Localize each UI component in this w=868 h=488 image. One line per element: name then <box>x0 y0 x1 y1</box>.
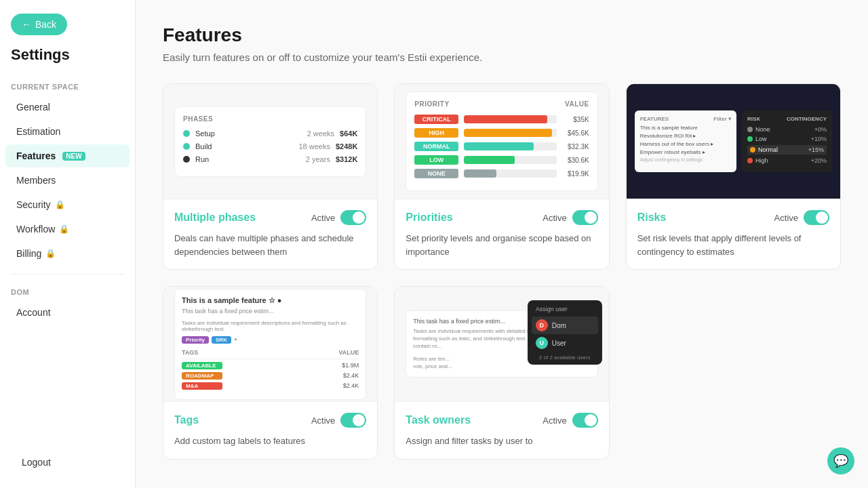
adjust-text: Adjust contingency in settings <box>640 157 731 162</box>
priority-bar <box>464 156 515 164</box>
lock-icon: 🔒 <box>59 224 69 234</box>
card-header: Priorities Active <box>406 210 597 225</box>
card-description: Set priority levels and organise scope b… <box>406 232 597 258</box>
features-col: FEATURES <box>640 116 669 122</box>
priority-row: NORMAL $32.3K <box>414 142 589 151</box>
sidebar-item-label: Security <box>16 199 51 210</box>
toggle-task-owners[interactable] <box>572 413 598 428</box>
chat-icon: 💬 <box>833 453 848 468</box>
card-body: Priorities Active Set priority levels an… <box>395 199 608 269</box>
sidebar-item-features[interactable]: Features NEW <box>5 144 130 167</box>
priority-col-label: PRIORITY <box>414 100 449 108</box>
card-header: Multiple phases Active <box>174 210 366 225</box>
sidebar-item-workflow[interactable]: Workflow 🔒 <box>5 218 130 241</box>
card-status: Active <box>311 413 366 428</box>
card-title: Risks <box>637 211 667 224</box>
toggle-risks[interactable] <box>804 210 829 225</box>
sidebar-item-account[interactable]: Account <box>5 301 130 324</box>
phase-dot <box>183 130 190 137</box>
risk-pct: +0% <box>814 126 827 133</box>
priority-bar <box>464 129 552 137</box>
card-header: Task owners Active <box>406 413 597 428</box>
toggle-priorities[interactable] <box>572 210 598 225</box>
section-dom: DOM <box>0 283 135 300</box>
contingency-col: CONTINGENCY <box>787 116 827 122</box>
tags-row: AVAILABLE $1.9M <box>182 362 359 369</box>
priority-value: $30.6K <box>562 157 589 164</box>
card-status: Active <box>542 413 597 428</box>
risk-dot-low <box>747 136 753 142</box>
phase-row: Run 2 years $312K <box>183 155 357 163</box>
assign-user-dropdown[interactable]: Assign user D Dom U User 2 of 2 availabl… <box>528 300 602 365</box>
priority-bar-container <box>464 142 556 150</box>
card-body: Multiple phases Active Deals can have mu… <box>163 199 377 269</box>
sidebar-item-general[interactable]: General <box>5 96 130 119</box>
risk-levels-panel: RISK CONTINGENCY None +0% <box>742 110 832 172</box>
sidebar-item-label: General <box>16 102 50 113</box>
dropdown-item-user[interactable]: U User <box>532 334 598 352</box>
tag-chip: SRK <box>212 336 231 344</box>
tags-feature-title: This is a sample feature ☆ ● <box>182 296 359 305</box>
risk-feature-row: This is a sample feature <box>640 125 731 131</box>
priorities-header: PRIORITY VALUE <box>414 100 589 108</box>
tags-col: TAGS <box>182 349 198 356</box>
card-header: Tags Active <box>174 413 366 428</box>
back-label: Back <box>35 19 56 30</box>
priority-bar-container <box>464 156 556 164</box>
phases-header: PHASES <box>183 115 357 123</box>
chevron-left-icon: ← <box>22 19 31 30</box>
risk-dot-normal <box>750 147 755 152</box>
tag-more: ● <box>234 336 237 344</box>
priority-label: HIGH <box>414 128 458 138</box>
status-label: Active <box>311 415 335 426</box>
feature-card-priorities: PRIORITY VALUE CRITICAL $35K HIGH <box>394 83 609 270</box>
card-body: Risks Active Set risk levels that apply … <box>627 199 840 269</box>
sidebar-item-logout[interactable]: Logout <box>11 451 124 474</box>
toggle-tags[interactable] <box>340 413 366 428</box>
priority-row: LOW $30.6K <box>414 155 589 165</box>
priority-label: CRITICAL <box>414 115 458 124</box>
divider <box>11 274 124 274</box>
avatar-dom: D <box>536 319 548 331</box>
risk-feature-row: Harness out of the box users ▸ <box>640 141 731 147</box>
features-grid: PHASES Setup 2 weeks $64K Build 18 weeks… <box>163 83 841 460</box>
tags-value: $2.4K <box>343 382 359 389</box>
tags-table-header: TAGS VALUE <box>182 349 359 359</box>
risk-feature-row: Revolutionize ROI Rit ▸ <box>640 133 731 139</box>
phase-value: $64K <box>340 129 357 138</box>
back-button[interactable]: ← Back <box>11 14 67 35</box>
priority-bar <box>464 142 533 150</box>
tag-chips-row: Priority SRK ● <box>182 336 359 344</box>
phase-name: Build <box>195 142 293 150</box>
tag-chip: M&A <box>182 382 222 390</box>
priority-row: NONE $19.9K <box>414 169 589 178</box>
priority-value: $45.6K <box>562 129 589 137</box>
phase-value: $312K <box>336 155 357 163</box>
risk-feature-row: Empower robust eyeballs ▸ <box>640 149 731 155</box>
feature-card-tags: This is a sample feature ☆ ● This task h… <box>163 286 378 460</box>
chat-bubble[interactable]: 💬 <box>827 447 854 474</box>
risk-pct: +10% <box>811 136 827 142</box>
username-dom: Dom <box>552 322 566 329</box>
dropdown-item-dom[interactable]: D Dom <box>532 317 598 334</box>
priority-value: $19.9K <box>562 170 589 178</box>
card-title: Task owners <box>406 414 471 426</box>
card-body: Task owners Active Assign and filter tas… <box>395 402 608 459</box>
feature-card-risks: FEATURES Filter ▾ This is a sample featu… <box>626 83 841 270</box>
phase-row: Setup 2 weeks $64K <box>183 129 357 138</box>
toggle-multiple-phases[interactable] <box>340 210 366 225</box>
phase-name: Run <box>195 155 300 163</box>
sidebar-item-security[interactable]: Security 🔒 <box>5 193 130 216</box>
risk-col: RISK <box>747 116 760 122</box>
status-label: Active <box>542 415 566 426</box>
card-description: Assign and filter tasks by user to <box>406 434 597 448</box>
sidebar-item-members[interactable]: Members <box>5 169 130 192</box>
main-content: Features Easily turn features on or off … <box>136 0 868 488</box>
tags-row: M&A $2.4K <box>182 382 359 390</box>
card-header: Risks Active <box>637 210 829 225</box>
sidebar-item-billing[interactable]: Billing 🔒 <box>5 242 130 265</box>
sidebar-item-estimation[interactable]: Estimation <box>5 120 130 143</box>
phase-name: Setup <box>195 129 302 138</box>
sidebar-item-label: Members <box>16 175 56 186</box>
section-current-space: CURRENT SPACE <box>0 77 135 95</box>
